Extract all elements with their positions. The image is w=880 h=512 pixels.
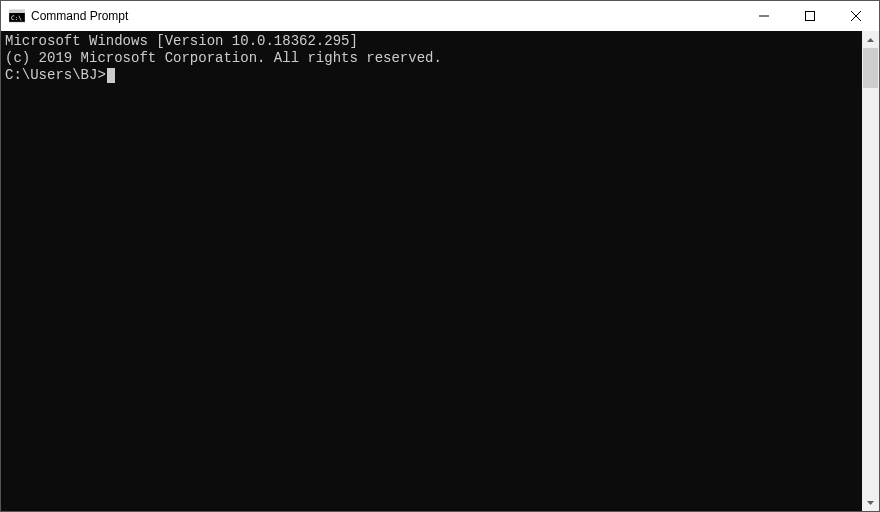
- terminal-prompt-line: C:\Users\BJ>: [5, 67, 862, 84]
- maximize-button[interactable]: [787, 1, 833, 31]
- window-title: Command Prompt: [31, 9, 128, 23]
- content-area: Microsoft Windows [Version 10.0.18362.29…: [1, 31, 879, 511]
- terminal-line: Microsoft Windows [Version 10.0.18362.29…: [5, 33, 862, 50]
- cursor: [107, 68, 115, 83]
- vertical-scrollbar[interactable]: [862, 31, 879, 511]
- minimize-button[interactable]: [741, 1, 787, 31]
- cmd-icon: C:\: [9, 8, 25, 24]
- scroll-down-button[interactable]: [862, 494, 879, 511]
- terminal-output[interactable]: Microsoft Windows [Version 10.0.18362.29…: [1, 31, 862, 511]
- scrollbar-track[interactable]: [862, 48, 879, 494]
- titlebar[interactable]: C:\ Command Prompt: [1, 1, 879, 31]
- terminal-line: (c) 2019 Microsoft Corporation. All righ…: [5, 50, 862, 67]
- svg-rect-4: [806, 12, 815, 21]
- svg-marker-8: [867, 501, 874, 505]
- prompt-text: C:\Users\BJ>: [5, 67, 106, 83]
- scroll-up-button[interactable]: [862, 31, 879, 48]
- svg-text:C:\: C:\: [11, 14, 22, 21]
- svg-rect-1: [9, 10, 25, 13]
- command-prompt-window: C:\ Command Prompt Microsoft Windows [Ve…: [0, 0, 880, 512]
- svg-marker-7: [867, 38, 874, 42]
- scrollbar-thumb[interactable]: [863, 48, 878, 88]
- close-button[interactable]: [833, 1, 879, 31]
